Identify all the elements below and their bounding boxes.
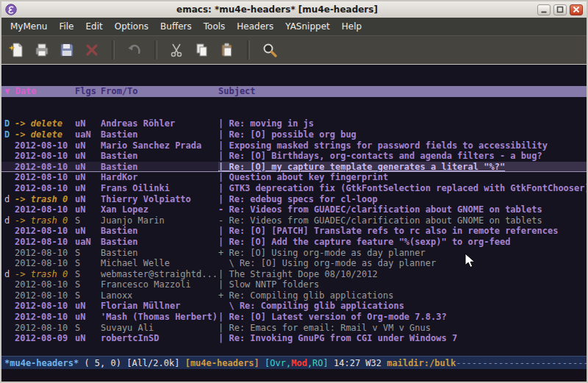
modeline-filler-dashes: ---------------------------------------- [456, 358, 587, 368]
row-from: Frans Oilinki [101, 183, 218, 194]
menu-item-tools[interactable]: Tools [198, 18, 232, 35]
toolbar-copy-button[interactable] [190, 38, 215, 62]
minimize-button[interactable] [537, 4, 551, 15]
row-flags: uN [75, 301, 101, 312]
toolbar-search-button[interactable] [257, 38, 282, 62]
row-date: 2012-08-10 [15, 301, 75, 312]
header-row[interactable]: 2012-08-10 uN Bastien | Re: [O] my captu… [1, 162, 587, 173]
titlebar: emacs: *mu4e-headers* [mu4e-headers] [1, 1, 587, 18]
row-subject: \ Re: Compiling glib applications [218, 301, 587, 312]
row-flags: uN [75, 312, 101, 323]
row-from: Bastien [101, 248, 218, 259]
row-subject: | Re: [O] [PATCH] Translate refs to rc a… [218, 226, 587, 237]
row-flags: uN [75, 151, 101, 162]
echo-area[interactable] [1, 369, 587, 382]
toolbar-close-buffer-button[interactable] [79, 38, 104, 62]
row-subject: | Question about key fingerprint [218, 172, 587, 183]
paste-icon [218, 41, 236, 59]
menu-item-buffers[interactable]: Buffers [154, 18, 198, 35]
search-icon [261, 41, 279, 59]
row-flags: S [75, 258, 101, 269]
row-subject: | GTK3 deprecation fix (GtkFontSelection… [218, 183, 587, 194]
maximize-button[interactable] [553, 4, 567, 15]
header-row[interactable]: d -> trash 0 S webmaster@straightd... | … [1, 269, 587, 280]
header-row[interactable]: d -> trash 0 uN Thierry Volpiatto | Re: … [1, 194, 587, 205]
row-subject: | Re: [O] my capture template generates … [218, 162, 587, 173]
header-row[interactable]: 2012-08-10 uN Florian Müllner \ Re: Comp… [1, 301, 587, 312]
header-row[interactable]: 2012-08-10 S Bastien + Re: [O] Using org… [1, 248, 587, 259]
row-date: 2012-08-10 [15, 140, 75, 151]
row-date: 2012-08-10 [15, 279, 75, 290]
column-from-to[interactable]: From/To [101, 86, 218, 97]
row-date: 2012-08-10 [15, 290, 75, 301]
toolbar-new-file-button[interactable] [4, 38, 29, 62]
header-row[interactable]: 2012-08-10 uN HardKor | Question about k… [1, 172, 587, 183]
header-row[interactable]: 2012-08-10 uN Frans Oilinki | GTK3 depre… [1, 183, 587, 194]
row-subject: | The Straight Dope 08/10/2012 [218, 269, 587, 280]
column-subject[interactable]: Subject [218, 86, 587, 97]
menu-item-mymenu[interactable]: MyMenu [4, 18, 53, 35]
menu-item-help[interactable]: Help [336, 18, 368, 35]
header-row[interactable]: 2012-08-10 uN 'Mash (Thomas Herbert) | R… [1, 312, 587, 323]
row-flags: S [75, 290, 101, 301]
row-flags: S [75, 269, 101, 280]
close-icon [572, 5, 581, 14]
header-row[interactable]: 2012-08-09 uN robertcInSD | Re: Invoking… [1, 333, 587, 344]
row-from: Bastien [101, 162, 218, 173]
open-file-icon [33, 41, 51, 59]
header-row[interactable]: 2012-08-10 S Francesco Mazzoli | Slow NN… [1, 279, 587, 290]
menu-item-options[interactable]: Options [109, 18, 154, 35]
row-subject: - Re: Videos from GUADEC/clarification a… [218, 204, 587, 215]
row-mark-prefix [4, 290, 15, 301]
header-row[interactable]: 2012-08-10 uN Bastien | Re: [O] [PATCH] … [1, 226, 587, 237]
row-flags: uN [75, 140, 101, 151]
row-date: 2012-08-10 [15, 204, 75, 215]
menu-item-headers[interactable]: Headers [231, 18, 279, 35]
row-mark-prefix [4, 237, 15, 248]
header-row[interactable]: 2012-08-10 uaN Bastien | Re: [O] Add the… [1, 237, 587, 248]
row-from: Bastien [101, 129, 218, 140]
mode-line: *mu4e-headers* ( 5, 0) [All/2.0k] [mu4e-… [1, 356, 587, 369]
toolbar-cut-button[interactable] [165, 38, 190, 62]
header-row[interactable]: 2012-08-10 uN Mario Sanchez Prada | Expo… [1, 140, 587, 151]
emacs-frame: emacs: *mu4e-headers* [mu4e-headers] MyM… [0, 0, 588, 383]
column-flags[interactable]: Flgs [75, 86, 101, 97]
row-mark-prefix [4, 151, 15, 162]
header-row[interactable]: 2012-08-10 S Michael Welle \ Re: [O] Usi… [1, 258, 587, 269]
row-flags: uN [75, 118, 101, 129]
row-date: 2012-08-10 [15, 162, 75, 173]
toolbar-undo-button[interactable] [122, 38, 147, 62]
close-buffer-icon [83, 41, 101, 59]
header-row[interactable]: D -> delete uN Andreas Röhler | Re: movi… [1, 118, 587, 129]
row-subject: | Re: Emacs for email: Rmail v VM v Gnus [218, 323, 587, 334]
row-date: 2012-08-10 [15, 172, 75, 183]
header-row[interactable]: 2012-08-10 S Lanoxx + Re: Compiling glib… [1, 290, 587, 301]
toolbar-open-file-button[interactable] [29, 38, 54, 62]
row-flags: uN [75, 172, 101, 183]
row-flags: S [75, 279, 101, 290]
menu-item-yasnippet[interactable]: YASnippet [279, 18, 336, 35]
header-row[interactable]: 2012-08-10 uN Bastien | Re: [O] Birthday… [1, 151, 587, 162]
menu-item-file[interactable]: File [53, 18, 79, 35]
row-from: Lanoxx [101, 290, 218, 301]
row-mark-prefix [4, 140, 15, 151]
modeline-size: [All/2.0k] [126, 358, 184, 368]
toolbar-save-button[interactable] [54, 38, 79, 62]
header-row[interactable]: 2012-08-10 uN Xan Lopez - Re: Videos fro… [1, 204, 587, 215]
header-row[interactable]: D -> delete uaN Bastien | Re: [O] possib… [1, 129, 587, 140]
emacs-app-icon [5, 4, 17, 15]
header-row[interactable]: 2012-08-10 S Suvayu Ali | Re: Emacs for … [1, 323, 587, 334]
row-from: Xan Lopez [101, 204, 218, 215]
close-button[interactable] [570, 4, 583, 15]
sort-column-date[interactable]: ▼ Date [4, 86, 75, 97]
menu-item-edit[interactable]: Edit [80, 18, 109, 35]
row-subject: - Re: Videos from GUADEC/clarification a… [218, 215, 587, 226]
copy-icon [193, 41, 211, 59]
toolbar-paste-button[interactable] [215, 38, 240, 62]
header-row[interactable]: d -> trash 0 S Juanjo Marin - Re: Videos… [1, 215, 587, 226]
modeline-time: 14:27 W32 [334, 358, 387, 368]
row-mark-prefix [4, 162, 15, 173]
row-mark-prefix [4, 301, 15, 312]
row-subject: + Re: [O] Using org-mode as day planner [218, 248, 587, 259]
row-mark-prefix [4, 279, 15, 290]
